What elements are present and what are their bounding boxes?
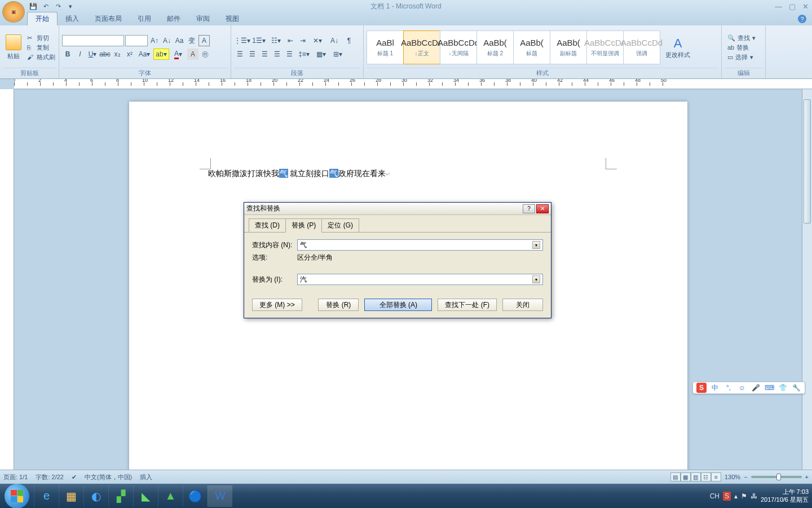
superscript-button[interactable]: x² — [124, 49, 135, 60]
style-item[interactable]: AaBb(标题 2 — [476, 30, 514, 64]
print-layout-view[interactable]: ▤ — [670, 472, 681, 481]
zoom-slider[interactable] — [751, 476, 802, 478]
taskbar-360-icon[interactable]: 🔵 — [183, 485, 208, 507]
outline-view[interactable]: ☷ — [701, 472, 711, 481]
dialog-close-button[interactable]: ✕ — [536, 204, 549, 213]
ime-skin-icon[interactable]: 👕 — [778, 383, 788, 393]
paste-button[interactable]: 粘贴 — [3, 34, 24, 60]
tab-references[interactable]: 引用 — [130, 12, 159, 25]
italic-button[interactable]: I — [74, 49, 86, 60]
copy-button[interactable]: ⎘复制 — [27, 43, 55, 52]
taskbar-word-icon[interactable]: W — [208, 485, 232, 507]
cut-button[interactable]: ✂剪切 — [27, 34, 55, 42]
status-spellcheck-icon[interactable]: ✔ — [72, 474, 77, 481]
help-icon[interactable]: ? — [798, 15, 806, 23]
dialog-close-btn[interactable]: 关闭 — [502, 299, 543, 311]
align-center-button[interactable]: ☰ — [246, 49, 258, 60]
office-button[interactable]: ▣ — [2, 1, 25, 23]
dropdown-icon[interactable]: ▾ — [532, 275, 540, 283]
taskbar-app3-icon[interactable]: ▲ — [158, 485, 183, 507]
bold-button[interactable]: B — [62, 49, 73, 60]
maximize-button[interactable]: ▢ — [789, 2, 796, 11]
dialog-tab-goto[interactable]: 定位 (G) — [321, 218, 359, 233]
bullets-button[interactable]: ⋮☰▾ — [234, 35, 250, 46]
align-left-button[interactable]: ☰ — [234, 49, 245, 60]
ime-cn-label[interactable]: 中 — [710, 383, 720, 393]
strike-button[interactable]: abc — [99, 49, 111, 60]
shading-button[interactable]: ▦▾ — [313, 49, 329, 60]
ime-keyboard-icon[interactable]: ⌨ — [764, 383, 774, 393]
change-styles-button[interactable]: A 更改样式 — [664, 30, 691, 64]
style-item[interactable]: AaBl标题 1 — [367, 30, 404, 64]
font-name-combo[interactable] — [62, 35, 124, 46]
text-effects-button[interactable]: Aa▾ — [136, 49, 152, 60]
ime-mic-icon[interactable]: 🎤 — [751, 383, 761, 393]
taskbar-explorer-icon[interactable]: ▦ — [59, 485, 83, 507]
underline-button[interactable]: U▾ — [87, 49, 98, 60]
styles-gallery[interactable]: AaBl标题 1AaBbCcDd↓正文AaBbCcDd↓无间隔AaBb(标题 2… — [367, 30, 660, 64]
highlight-button[interactable]: ab▾ — [153, 49, 169, 60]
align-right-button[interactable]: ☰ — [259, 49, 270, 60]
asian-layout-button[interactable]: ✕▾ — [310, 35, 325, 46]
ime-settings-icon[interactable]: 🔧 — [791, 383, 801, 393]
replace-button[interactable]: ab替换 — [727, 43, 756, 52]
close-button[interactable]: ✕ — [802, 2, 809, 11]
tray-net-icon[interactable]: 🖧 — [751, 492, 757, 500]
save-icon[interactable]: 💾 — [28, 2, 38, 12]
undo-icon[interactable]: ↶ — [41, 2, 51, 12]
numbering-button[interactable]: 1☰▾ — [251, 35, 267, 46]
tray-up-icon[interactable]: ▴ — [734, 492, 738, 500]
tab-layout[interactable]: 页面布局 — [87, 12, 130, 25]
vertical-scrollbar[interactable] — [802, 89, 812, 494]
borders-button[interactable]: ⊞▾ — [330, 49, 346, 60]
dialog-help-button[interactable]: ? — [523, 204, 535, 213]
style-item[interactable]: AaBbCcDd↓正文 — [403, 30, 440, 64]
distribute-button[interactable]: ☰ — [284, 49, 295, 60]
scroll-thumb[interactable] — [804, 99, 811, 224]
sogou-icon[interactable]: S — [696, 383, 707, 393]
style-item[interactable]: AaBbCcDd强调 — [623, 30, 660, 64]
multilevel-button[interactable]: ☷▾ — [268, 35, 284, 46]
taskbar-ie-icon[interactable]: e — [34, 485, 59, 507]
more-button[interactable]: 更多 (M) >> — [252, 299, 302, 311]
status-page[interactable]: 页面: 1/1 — [3, 473, 28, 481]
status-language[interactable]: 中文(简体，中国) — [85, 473, 132, 481]
zoom-in-button[interactable]: + — [805, 474, 809, 480]
clock[interactable]: 上午 7:03 2017/10/6 星期五 — [761, 488, 809, 503]
char-shading-button[interactable]: A — [187, 49, 198, 60]
zoom-level[interactable]: 130% — [725, 474, 740, 480]
web-view[interactable]: ▥ — [691, 472, 701, 481]
taskbar-sogou-icon[interactable]: ◐ — [83, 485, 108, 507]
tab-view[interactable]: 视图 — [218, 12, 247, 25]
tray-flag-icon[interactable]: ⚑ — [741, 492, 747, 500]
taskbar-app-icon[interactable]: ▞ — [108, 485, 133, 507]
style-item[interactable]: AaBb(副标题 — [550, 30, 587, 64]
tray-ch-label[interactable]: CH — [710, 492, 720, 500]
enclose-char-button[interactable]: ㊕ — [200, 49, 211, 60]
subscript-button[interactable]: x₂ — [112, 49, 123, 60]
tray-sogou-icon[interactable]: S — [723, 492, 731, 501]
find-content-input[interactable]: 气▾ — [297, 239, 543, 251]
char-border-button[interactable]: A — [198, 35, 210, 46]
dialog-titlebar[interactable]: 查找和替换 ? ✕ — [244, 203, 551, 215]
dialog-tab-find[interactable]: 查找 (D) — [249, 218, 286, 233]
select-button[interactable]: ▭选择 ▾ — [727, 53, 756, 62]
font-size-combo[interactable] — [125, 35, 148, 46]
line-spacing-button[interactable]: ‡≡▾ — [296, 49, 312, 60]
dropdown-icon[interactable]: ▾ — [532, 241, 540, 249]
sort-button[interactable]: A↓ — [326, 35, 342, 46]
ime-face-icon[interactable]: ☺ — [737, 383, 747, 393]
draft-view[interactable]: ≡ — [711, 472, 721, 481]
clear-format-button[interactable]: Aa — [174, 35, 185, 46]
replace-all-button[interactable]: 全部替换 (A) — [364, 299, 432, 311]
find-button[interactable]: 🔍查找 ▾ — [727, 34, 756, 42]
ime-punct-icon[interactable]: °, — [723, 383, 734, 393]
zoom-thumb[interactable] — [776, 474, 781, 480]
replace-one-button[interactable]: 替换 (R) — [318, 299, 359, 311]
qat-more-icon[interactable]: ▾ — [65, 2, 76, 12]
shrink-font-button[interactable]: A↓ — [161, 35, 173, 46]
taskbar-app2-icon[interactable]: ◣ — [133, 485, 158, 507]
font-color-button[interactable]: A▾ — [170, 49, 186, 60]
format-painter-button[interactable]: 🖌格式刷 — [27, 53, 55, 62]
tab-mailings[interactable]: 邮件 — [159, 12, 188, 25]
